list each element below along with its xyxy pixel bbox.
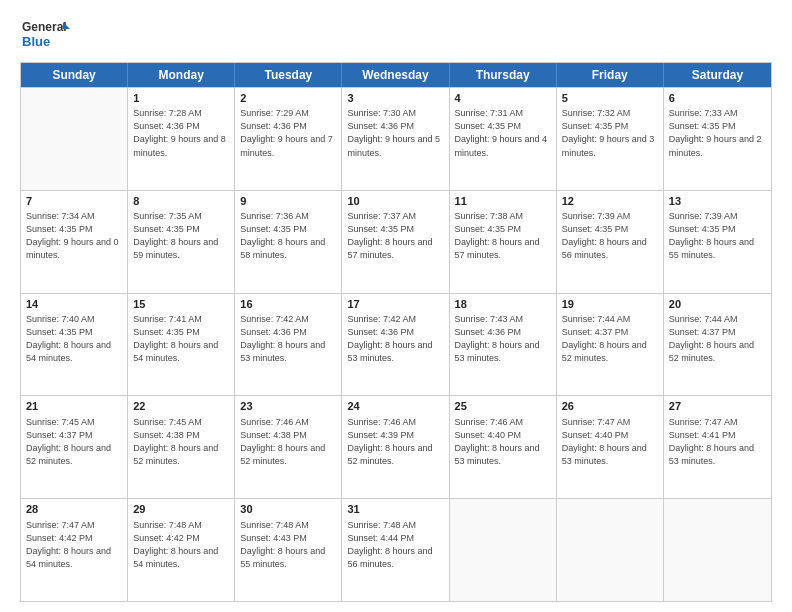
day-number: 10 [347, 194, 443, 209]
cell-info: Sunrise: 7:45 AMSunset: 4:38 PMDaylight:… [133, 416, 229, 468]
day-number: 18 [455, 297, 551, 312]
day-number: 23 [240, 399, 336, 414]
header-cell-saturday: Saturday [664, 63, 771, 87]
cal-cell-r4-c1: 29 Sunrise: 7:48 AMSunset: 4:42 PMDaylig… [128, 499, 235, 601]
cell-info: Sunrise: 7:47 AMSunset: 4:40 PMDaylight:… [562, 416, 658, 468]
day-number: 25 [455, 399, 551, 414]
cell-info: Sunrise: 7:47 AMSunset: 4:42 PMDaylight:… [26, 519, 122, 571]
cal-cell-r4-c0: 28 Sunrise: 7:47 AMSunset: 4:42 PMDaylig… [21, 499, 128, 601]
cal-cell-r3-c5: 26 Sunrise: 7:47 AMSunset: 4:40 PMDaylig… [557, 396, 664, 498]
day-number: 28 [26, 502, 122, 517]
cell-info: Sunrise: 7:28 AMSunset: 4:36 PMDaylight:… [133, 107, 229, 159]
header-cell-sunday: Sunday [21, 63, 128, 87]
header: General Blue [20, 16, 772, 52]
cal-cell-r1-c6: 13 Sunrise: 7:39 AMSunset: 4:35 PMDaylig… [664, 191, 771, 293]
logo-svg: General Blue [20, 16, 70, 52]
calendar-row-1: 7 Sunrise: 7:34 AMSunset: 4:35 PMDayligh… [21, 190, 771, 293]
cell-info: Sunrise: 7:31 AMSunset: 4:35 PMDaylight:… [455, 107, 551, 159]
cell-info: Sunrise: 7:45 AMSunset: 4:37 PMDaylight:… [26, 416, 122, 468]
cal-cell-r0-c3: 3 Sunrise: 7:30 AMSunset: 4:36 PMDayligh… [342, 88, 449, 190]
cal-cell-r3-c4: 25 Sunrise: 7:46 AMSunset: 4:40 PMDaylig… [450, 396, 557, 498]
calendar-header: SundayMondayTuesdayWednesdayThursdayFrid… [21, 63, 771, 87]
calendar-row-0: 1 Sunrise: 7:28 AMSunset: 4:36 PMDayligh… [21, 87, 771, 190]
day-number: 3 [347, 91, 443, 106]
header-cell-thursday: Thursday [450, 63, 557, 87]
cal-cell-r3-c1: 22 Sunrise: 7:45 AMSunset: 4:38 PMDaylig… [128, 396, 235, 498]
cell-info: Sunrise: 7:48 AMSunset: 4:42 PMDaylight:… [133, 519, 229, 571]
cell-info: Sunrise: 7:48 AMSunset: 4:44 PMDaylight:… [347, 519, 443, 571]
calendar-row-4: 28 Sunrise: 7:47 AMSunset: 4:42 PMDaylig… [21, 498, 771, 601]
day-number: 24 [347, 399, 443, 414]
day-number: 16 [240, 297, 336, 312]
cal-cell-r4-c6 [664, 499, 771, 601]
calendar-row-2: 14 Sunrise: 7:40 AMSunset: 4:35 PMDaylig… [21, 293, 771, 396]
cal-cell-r3-c6: 27 Sunrise: 7:47 AMSunset: 4:41 PMDaylig… [664, 396, 771, 498]
cell-info: Sunrise: 7:42 AMSunset: 4:36 PMDaylight:… [240, 313, 336, 365]
cell-info: Sunrise: 7:42 AMSunset: 4:36 PMDaylight:… [347, 313, 443, 365]
cal-cell-r1-c5: 12 Sunrise: 7:39 AMSunset: 4:35 PMDaylig… [557, 191, 664, 293]
cal-cell-r1-c2: 9 Sunrise: 7:36 AMSunset: 4:35 PMDayligh… [235, 191, 342, 293]
cell-info: Sunrise: 7:39 AMSunset: 4:35 PMDaylight:… [562, 210, 658, 262]
cal-cell-r2-c2: 16 Sunrise: 7:42 AMSunset: 4:36 PMDaylig… [235, 294, 342, 396]
cal-cell-r2-c5: 19 Sunrise: 7:44 AMSunset: 4:37 PMDaylig… [557, 294, 664, 396]
cell-info: Sunrise: 7:43 AMSunset: 4:36 PMDaylight:… [455, 313, 551, 365]
day-number: 15 [133, 297, 229, 312]
day-number: 26 [562, 399, 658, 414]
cell-info: Sunrise: 7:29 AMSunset: 4:36 PMDaylight:… [240, 107, 336, 159]
cal-cell-r0-c0 [21, 88, 128, 190]
cal-cell-r0-c1: 1 Sunrise: 7:28 AMSunset: 4:36 PMDayligh… [128, 88, 235, 190]
cal-cell-r4-c2: 30 Sunrise: 7:48 AMSunset: 4:43 PMDaylig… [235, 499, 342, 601]
calendar-row-3: 21 Sunrise: 7:45 AMSunset: 4:37 PMDaylig… [21, 395, 771, 498]
day-number: 29 [133, 502, 229, 517]
day-number: 13 [669, 194, 766, 209]
cal-cell-r3-c2: 23 Sunrise: 7:46 AMSunset: 4:38 PMDaylig… [235, 396, 342, 498]
cell-info: Sunrise: 7:41 AMSunset: 4:35 PMDaylight:… [133, 313, 229, 365]
cal-cell-r2-c6: 20 Sunrise: 7:44 AMSunset: 4:37 PMDaylig… [664, 294, 771, 396]
day-number: 9 [240, 194, 336, 209]
cell-info: Sunrise: 7:38 AMSunset: 4:35 PMDaylight:… [455, 210, 551, 262]
cal-cell-r4-c3: 31 Sunrise: 7:48 AMSunset: 4:44 PMDaylig… [342, 499, 449, 601]
cell-info: Sunrise: 7:46 AMSunset: 4:39 PMDaylight:… [347, 416, 443, 468]
header-cell-friday: Friday [557, 63, 664, 87]
day-number: 4 [455, 91, 551, 106]
day-number: 6 [669, 91, 766, 106]
day-number: 1 [133, 91, 229, 106]
cell-info: Sunrise: 7:44 AMSunset: 4:37 PMDaylight:… [562, 313, 658, 365]
cal-cell-r2-c0: 14 Sunrise: 7:40 AMSunset: 4:35 PMDaylig… [21, 294, 128, 396]
page: General Blue SundayMondayTuesdayWednesda… [0, 0, 792, 612]
day-number: 12 [562, 194, 658, 209]
cal-cell-r1-c0: 7 Sunrise: 7:34 AMSunset: 4:35 PMDayligh… [21, 191, 128, 293]
header-cell-monday: Monday [128, 63, 235, 87]
calendar: SundayMondayTuesdayWednesdayThursdayFrid… [20, 62, 772, 602]
cell-info: Sunrise: 7:44 AMSunset: 4:37 PMDaylight:… [669, 313, 766, 365]
day-number: 17 [347, 297, 443, 312]
day-number: 8 [133, 194, 229, 209]
day-number: 31 [347, 502, 443, 517]
cell-info: Sunrise: 7:48 AMSunset: 4:43 PMDaylight:… [240, 519, 336, 571]
cell-info: Sunrise: 7:40 AMSunset: 4:35 PMDaylight:… [26, 313, 122, 365]
day-number: 11 [455, 194, 551, 209]
cell-info: Sunrise: 7:47 AMSunset: 4:41 PMDaylight:… [669, 416, 766, 468]
day-number: 30 [240, 502, 336, 517]
cal-cell-r2-c1: 15 Sunrise: 7:41 AMSunset: 4:35 PMDaylig… [128, 294, 235, 396]
cal-cell-r0-c4: 4 Sunrise: 7:31 AMSunset: 4:35 PMDayligh… [450, 88, 557, 190]
calendar-body: 1 Sunrise: 7:28 AMSunset: 4:36 PMDayligh… [21, 87, 771, 601]
cal-cell-r2-c4: 18 Sunrise: 7:43 AMSunset: 4:36 PMDaylig… [450, 294, 557, 396]
day-number: 27 [669, 399, 766, 414]
cell-info: Sunrise: 7:32 AMSunset: 4:35 PMDaylight:… [562, 107, 658, 159]
svg-text:Blue: Blue [22, 34, 50, 49]
cell-info: Sunrise: 7:35 AMSunset: 4:35 PMDaylight:… [133, 210, 229, 262]
cell-info: Sunrise: 7:46 AMSunset: 4:40 PMDaylight:… [455, 416, 551, 468]
cal-cell-r0-c5: 5 Sunrise: 7:32 AMSunset: 4:35 PMDayligh… [557, 88, 664, 190]
cell-info: Sunrise: 7:46 AMSunset: 4:38 PMDaylight:… [240, 416, 336, 468]
day-number: 20 [669, 297, 766, 312]
cell-info: Sunrise: 7:33 AMSunset: 4:35 PMDaylight:… [669, 107, 766, 159]
cal-cell-r4-c4 [450, 499, 557, 601]
day-number: 5 [562, 91, 658, 106]
cell-info: Sunrise: 7:36 AMSunset: 4:35 PMDaylight:… [240, 210, 336, 262]
cell-info: Sunrise: 7:37 AMSunset: 4:35 PMDaylight:… [347, 210, 443, 262]
cal-cell-r2-c3: 17 Sunrise: 7:42 AMSunset: 4:36 PMDaylig… [342, 294, 449, 396]
cal-cell-r0-c6: 6 Sunrise: 7:33 AMSunset: 4:35 PMDayligh… [664, 88, 771, 190]
header-cell-wednesday: Wednesday [342, 63, 449, 87]
svg-text:General: General [22, 20, 67, 34]
